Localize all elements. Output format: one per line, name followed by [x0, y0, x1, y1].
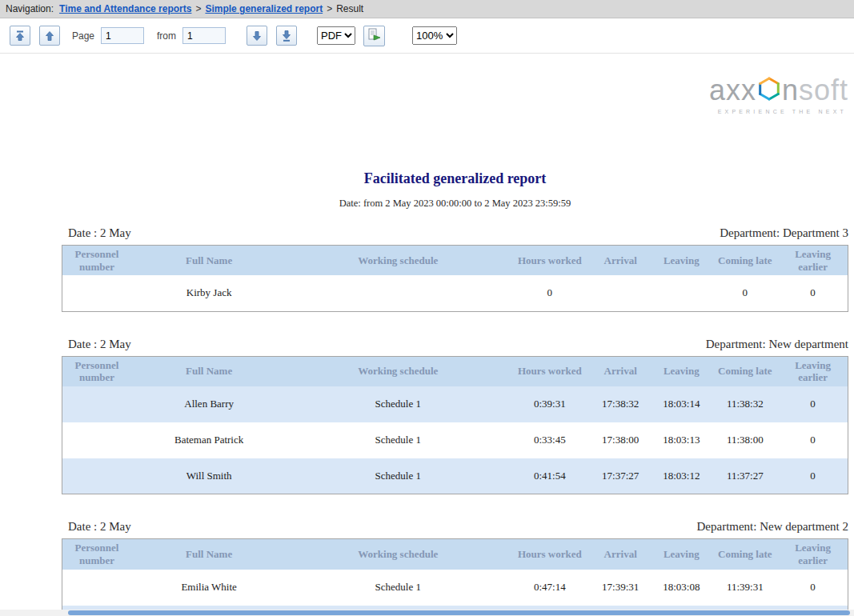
column-header-working-schedule: Working schedule [287, 539, 509, 570]
next-page-button[interactable] [247, 26, 267, 46]
table-row: Bateman PatrickSchedule 10:33:4517:38:00… [62, 422, 848, 458]
column-header-leaving-earlier: Leaving earlier [778, 246, 848, 276]
column-header-hours-worked: Hours worked [509, 356, 590, 386]
column-header-arrival: Arrival [590, 246, 651, 276]
logo-hexagon-icon [757, 77, 781, 104]
total-pages-input[interactable] [182, 27, 226, 44]
table-row: Kirby Jack000 [62, 275, 848, 311]
column-header-full-name: Full Name [131, 356, 287, 386]
cell-leaving-earlier: 0 [778, 275, 848, 311]
column-header-working-schedule: Working schedule [287, 246, 509, 276]
cell-leaving-earlier: 0 [778, 422, 848, 458]
cell-full-name: Allen Barry [131, 386, 287, 422]
breadcrumb: Navigation: Time and Attendance reports … [0, 0, 854, 18]
horizontal-scrollbar-thumb[interactable] [68, 610, 850, 615]
column-header-arrival: Arrival [590, 356, 651, 386]
report-table: Personnel numberFull NameWorking schedul… [62, 356, 848, 495]
previous-page-button[interactable] [39, 26, 60, 46]
page-number-input[interactable] [101, 27, 144, 44]
cell-full-name: Will Smith [131, 458, 287, 494]
column-header-working-schedule: Working schedule [287, 356, 509, 386]
cell-arrival: 17:38:00 [590, 422, 651, 458]
cell-full-name: Bateman Patrick [131, 422, 287, 458]
column-header-full-name: Full Name [131, 246, 287, 276]
column-header-arrival: Arrival [590, 539, 651, 570]
pager-toolbar: Page from PDF [0, 18, 854, 54]
table-row: Allen BarrySchedule 10:39:3117:38:3218:0… [62, 386, 848, 422]
section-department-label: Department: New department 2 [696, 520, 848, 534]
cell-arrival: 17:39:31 [590, 570, 651, 606]
cell-coming-late: 0 [712, 275, 778, 311]
logo-text-mid: n [782, 76, 799, 105]
column-header-leaving: Leaving [651, 356, 712, 386]
last-page-button[interactable] [276, 26, 297, 46]
report-sections: Date : 2 MayDepartment: Department 3Pers… [62, 226, 848, 616]
export-report-icon [367, 28, 382, 44]
report-page: Navigation: Time and Attendance reports … [0, 0, 854, 616]
section-header: Date : 2 MayDepartment: New department [62, 338, 848, 351]
cell-personnel-number [62, 458, 131, 494]
section-department-label: Department: New department [706, 338, 848, 351]
breadcrumb-separator: > [327, 3, 332, 14]
cell-full-name: Emilia White [131, 570, 287, 606]
zoom-select[interactable]: 100% [412, 26, 457, 45]
report-date-range: Date: from 2 May 2023 00:00:00 to 2 May … [62, 198, 848, 210]
first-page-icon [14, 30, 26, 42]
cell-leaving-earlier: 0 [778, 458, 848, 494]
column-header-personnel-number: Personnel number [62, 246, 131, 276]
previous-page-icon [44, 30, 55, 42]
report-section: Date : 2 MayDepartment: Department 3Pers… [62, 226, 848, 312]
column-header-leaving-earlier: Leaving earlier [778, 356, 848, 386]
first-page-button[interactable] [10, 26, 30, 46]
section-header: Date : 2 MayDepartment: Department 3 [62, 226, 848, 240]
breadcrumb-current: Result [336, 3, 363, 14]
column-header-coming-late: Coming late [712, 356, 778, 386]
axxonsoft-logo: axx n soft EXPERIENCE THE NEXT [62, 76, 848, 134]
logo-text-suffix: soft [799, 76, 848, 105]
table-row: Emilia WhiteSchedule 10:47:1417:39:3118:… [62, 570, 848, 606]
breadcrumb-label: Navigation: [6, 3, 54, 14]
report-table: Personnel numberFull NameWorking schedul… [62, 538, 848, 616]
cell-leaving-earlier: 0 [778, 386, 848, 422]
table-header-row: Personnel numberFull NameWorking schedul… [62, 246, 848, 276]
cell-personnel-number [62, 570, 131, 606]
logo-tagline: EXPERIENCE THE NEXT [718, 109, 847, 114]
cell-working-schedule: Schedule 1 [287, 386, 509, 422]
breadcrumb-link-time-attendance-reports[interactable]: Time and Attendance reports [59, 3, 191, 14]
cell-leaving [651, 275, 712, 311]
breadcrumb-link-simple-generalized-report[interactable]: Simple generalized report [205, 3, 323, 14]
cell-hours-worked: 0 [509, 275, 590, 311]
cell-hours-worked: 0:47:14 [509, 570, 590, 606]
cell-working-schedule: Schedule 1 [287, 458, 509, 494]
table-row: Will SmithSchedule 10:41:5417:37:2718:03… [62, 458, 848, 494]
cell-leaving: 18:03:12 [651, 458, 712, 494]
export-button[interactable] [363, 26, 385, 46]
cell-arrival: 17:38:32 [590, 386, 651, 422]
column-header-personnel-number: Personnel number [62, 356, 131, 386]
export-format-select[interactable]: PDF [317, 26, 355, 45]
from-label: from [157, 30, 176, 42]
table-header-row: Personnel numberFull NameWorking schedul… [62, 539, 848, 570]
column-header-coming-late: Coming late [712, 246, 778, 276]
report-section: Date : 2 MayDepartment: New department 2… [62, 520, 848, 616]
horizontal-scrollbar[interactable] [0, 610, 854, 616]
report-table: Personnel numberFull NameWorking schedul… [62, 245, 848, 312]
column-header-hours-worked: Hours worked [509, 246, 590, 276]
cell-personnel-number [62, 386, 131, 422]
cell-arrival: 17:37:27 [590, 458, 651, 494]
cell-working-schedule [287, 275, 509, 311]
cell-coming-late: 11:37:27 [712, 458, 778, 494]
section-header: Date : 2 MayDepartment: New department 2 [62, 520, 848, 534]
last-page-icon [281, 30, 292, 42]
column-header-personnel-number: Personnel number [62, 539, 131, 570]
breadcrumb-separator: > [195, 3, 201, 14]
cell-hours-worked: 0:39:31 [509, 386, 590, 422]
section-date-label: Date : 2 May [68, 226, 131, 240]
column-header-full-name: Full Name [131, 539, 287, 570]
table-header-row: Personnel numberFull NameWorking schedul… [62, 356, 848, 386]
report-title: Facilitated generalized report [62, 170, 848, 187]
cell-hours-worked: 0:41:54 [509, 458, 590, 494]
cell-hours-worked: 0:33:45 [509, 422, 590, 458]
report-content: axx n soft EXPERIENCE THE NEXT Facilitat… [0, 76, 854, 616]
report-section: Date : 2 MayDepartment: New departmentPe… [62, 338, 848, 495]
